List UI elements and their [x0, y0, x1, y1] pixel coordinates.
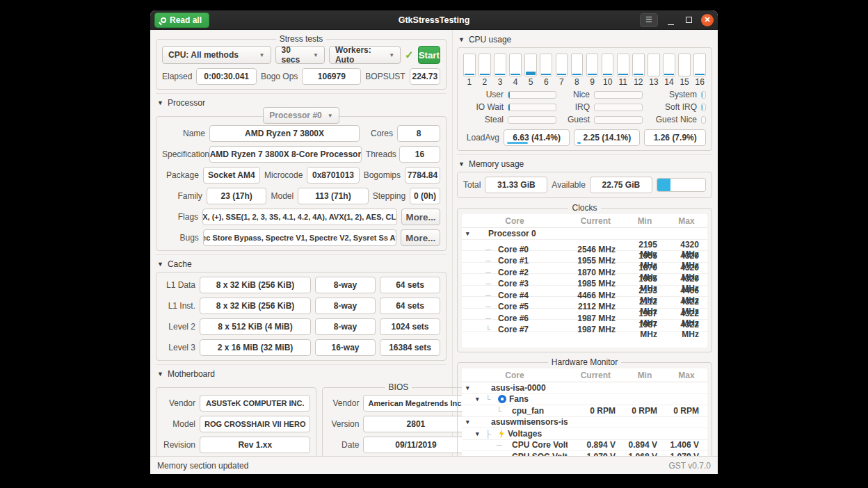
- cache-size-field[interactable]: 2 x 16 MiB (32 MiB): [200, 339, 311, 356]
- bios-vendor-label: Vendor: [328, 398, 359, 408]
- mb-model-field[interactable]: ROG CROSSHAIR VII HERO: [200, 416, 310, 432]
- hamburger-menu-icon[interactable]: ☰: [640, 13, 658, 27]
- row-label: Voltages: [508, 429, 542, 439]
- bopsust-field[interactable]: 224.73: [410, 68, 440, 85]
- cache-size-field[interactable]: 8 x 32 KiB (256 KiB): [200, 277, 311, 293]
- table-row[interactable]: ▾ Processor 0: [462, 228, 707, 240]
- family-field[interactable]: 23 (17h): [207, 188, 267, 204]
- core-usage-bar: 3: [494, 54, 506, 87]
- table-row[interactable]: ─ CPU SOC Voltage 1.079 V 1.068 V 1.079 …: [462, 451, 707, 456]
- stress-workers-dropdown[interactable]: Workers: Auto▼: [329, 46, 401, 64]
- cache-sets-field[interactable]: 64 sets: [380, 298, 440, 314]
- cache-section: ▼ Cache L1 Data 8 x 32 KiB (256 KiB) 8-w…: [156, 254, 447, 361]
- tree-branch: ├: [485, 430, 495, 438]
- stepping-field[interactable]: 0 (0h): [410, 188, 440, 204]
- memory-usage-expander[interactable]: ▼ Memory usage: [457, 157, 712, 172]
- bogomips-field[interactable]: 7784.84: [405, 167, 440, 184]
- motherboard-expander[interactable]: ▼ Motherboard: [156, 367, 447, 382]
- threads-label: Threads: [366, 149, 395, 159]
- available-field[interactable]: 22.75 GiB: [590, 177, 652, 193]
- start-button[interactable]: Start: [418, 46, 440, 64]
- cache-ways-field[interactable]: 8-way: [315, 318, 376, 335]
- bogo-ops-field[interactable]: 106979: [302, 68, 361, 85]
- maximize-button[interactable]: [683, 15, 694, 25]
- cpu-usage-expander[interactable]: ▼ CPU usage: [457, 33, 712, 47]
- cache-level-label: L1 Data: [162, 280, 195, 290]
- cache-size-field[interactable]: 8 x 512 KiB (4 MiB): [200, 318, 311, 335]
- processor-selector-dropdown[interactable]: Processor #0▼: [263, 107, 339, 124]
- core-usage-bar: 6: [540, 54, 552, 87]
- right-panel: ▼ CPU usage 1: [452, 30, 718, 456]
- cache-size-field[interactable]: 8 x 32 KiB (256 KiB): [200, 298, 311, 314]
- specification-field[interactable]: AMD Ryzen 7 3800X 8-Core Processor: [209, 146, 362, 163]
- bugs-field[interactable]: Spec Store Bypass, Spectre V1, Spectre V…: [203, 229, 397, 246]
- row-label: Core #2: [498, 268, 529, 277]
- triangle-down-icon: ▼: [157, 371, 163, 377]
- table-row[interactable]: ▾ asuswmisensors-isa-0000: [462, 417, 707, 429]
- stress-duration-dropdown[interactable]: 30 secs▼: [275, 46, 325, 64]
- cache-sets-field[interactable]: 1024 sets: [380, 318, 440, 335]
- row-label: Core #0: [498, 245, 529, 254]
- tree-branch: ─: [485, 291, 495, 300]
- row-label: Core #6: [498, 314, 529, 323]
- mb-model-label: Model: [162, 419, 195, 429]
- close-button[interactable]: ✕: [701, 14, 714, 26]
- stress-method-dropdown[interactable]: CPU: All methods▼: [162, 46, 271, 64]
- cpu-stat-bar: [508, 91, 556, 99]
- bios-date-field[interactable]: 09/11/2019: [363, 437, 468, 453]
- loadavg-5min-field[interactable]: 2.25 (14.1%): [574, 129, 640, 146]
- cache-ways-field[interactable]: 8-way: [315, 277, 376, 293]
- cache-ways-field[interactable]: 8-way: [315, 298, 376, 314]
- mb-vendor-field[interactable]: ASUSTeK COMPUTER INC.: [200, 395, 310, 412]
- total-field[interactable]: 31.33 GiB: [485, 177, 547, 193]
- table-row[interactable]: └ cpu_fan 0 RPM 0 RPM 0 RPM: [462, 405, 707, 417]
- bopsust-label: BOPSUST: [365, 72, 405, 81]
- table-row[interactable]: ▾ └ Fans: [462, 394, 707, 406]
- bogo-ops-label: Bogo Ops: [261, 72, 298, 81]
- clocks-table-header: CoreCurrent MinMax: [462, 214, 707, 228]
- version-label: GST v0.7.0: [669, 461, 711, 471]
- cpu-name-field[interactable]: AMD Ryzen 7 3800X: [209, 125, 360, 142]
- table-row[interactable]: ─ Core #0 2546 MHz 2195 MHz 4320 MHz: [462, 240, 707, 252]
- table-row[interactable]: ▾ ├ Voltages: [462, 428, 707, 440]
- memory-usage-bar: [657, 178, 706, 192]
- cores-field[interactable]: 8: [397, 125, 440, 142]
- row-label: cpu_fan: [512, 406, 544, 416]
- table-row[interactable]: ▾ asus-isa-0000: [462, 382, 707, 394]
- microcode-field[interactable]: 0x8701013: [307, 167, 359, 184]
- threads-field[interactable]: 16: [399, 146, 440, 163]
- cache-sets-field[interactable]: 16384 sets: [380, 339, 440, 356]
- row-label: CPU Core Voltage: [512, 440, 568, 450]
- package-field[interactable]: Socket AM4: [203, 167, 260, 184]
- row-label: Core #5: [498, 302, 529, 311]
- row-label: asuswmisensors-isa-0000: [491, 417, 568, 427]
- bogomips-label: Bogomips: [364, 170, 401, 180]
- chevron-down-icon: ▼: [328, 113, 333, 119]
- cache-expander[interactable]: ▼ Cache: [156, 257, 447, 272]
- sensor-group-icon: [498, 429, 505, 438]
- core-number-label: 5: [529, 77, 533, 87]
- bios-version-field[interactable]: 2801: [363, 416, 468, 432]
- titlebar: GtkStressTesting Read all ☰ ✕: [150, 10, 718, 30]
- loadavg-1min-field[interactable]: 6.63 (41.4%): [504, 129, 570, 146]
- read-all-button[interactable]: Read all: [154, 13, 209, 28]
- table-row[interactable]: ─ CPU Core Voltage 0.894 V 0.894 V 1.406…: [462, 440, 707, 452]
- mb-revision-field[interactable]: Rev 1.xx: [200, 437, 310, 453]
- chevron-down-icon: ▼: [389, 52, 394, 58]
- loadavg-15min-field[interactable]: 1.26 (7.9%): [644, 129, 706, 146]
- bios-vendor-field[interactable]: American Megatrends Inc.: [363, 395, 468, 412]
- flags-more-button[interactable]: More...: [401, 209, 440, 225]
- flags-field[interactable]: MMX, (+), SSE(1, 2, 3, 3S, 4.1, 4.2, 4A)…: [202, 209, 397, 225]
- bugs-more-button[interactable]: More...: [401, 229, 440, 246]
- stress-tests-legend: Stress tests: [276, 34, 327, 44]
- core-number-label: 14: [664, 77, 673, 87]
- cache-ways-field[interactable]: 16-way: [315, 339, 376, 356]
- cache-level-label: Level 3: [162, 343, 195, 352]
- elapsed-field[interactable]: 0:00:30.041: [196, 68, 257, 85]
- model-field[interactable]: 113 (71h): [298, 188, 369, 204]
- core-number-label: 4: [513, 77, 518, 87]
- core-number-label: 16: [696, 77, 705, 87]
- minimize-button[interactable]: [665, 15, 676, 25]
- cache-sets-field[interactable]: 64 sets: [380, 277, 440, 293]
- package-label: Package: [162, 170, 199, 180]
